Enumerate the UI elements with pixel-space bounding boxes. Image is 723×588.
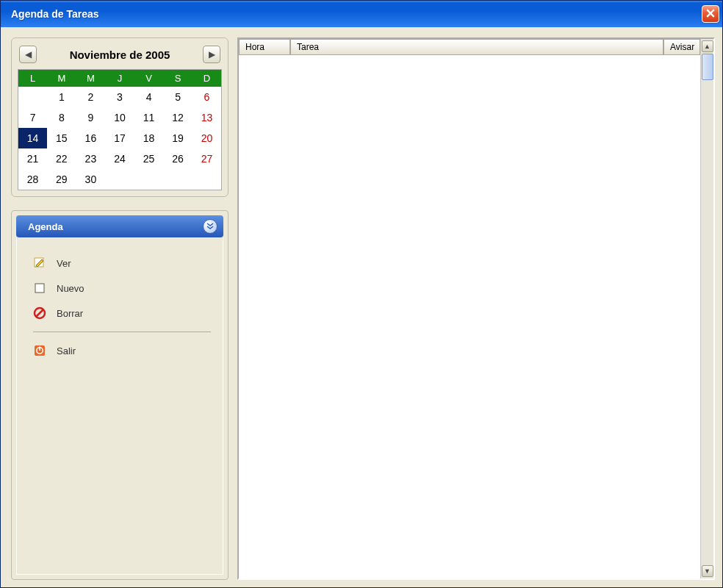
menu-label: Ver [57, 258, 71, 269]
calendar-day-cell[interactable]: 2 [76, 87, 106, 107]
calendar-day-cell[interactable]: 7 [18, 107, 48, 128]
calendar-day-cell[interactable]: 25 [134, 148, 164, 169]
calendar-day-cell [193, 169, 222, 190]
dow-label: M [76, 70, 106, 87]
delete-icon [33, 306, 46, 320]
svg-rect-1 [35, 284, 44, 293]
calendar-day-cell[interactable]: 14 [18, 128, 48, 148]
calendar-day-cell[interactable]: 29 [47, 169, 76, 190]
calendar-day-cell[interactable]: 17 [105, 128, 134, 148]
scroll-up-button[interactable]: ▲ [702, 40, 713, 52]
calendar-day-cell[interactable]: 18 [134, 128, 164, 148]
calendar-day-cell[interactable]: 4 [134, 87, 164, 107]
calendar-day-cell[interactable]: 6 [193, 87, 222, 107]
column-hora[interactable]: Hora [239, 39, 290, 55]
calendar-panel: ◀ Noviembre de 2005 ▶ L M M J V [11, 37, 229, 197]
task-table-header: Hora Tarea Avisar [239, 39, 700, 55]
dow-label: D [193, 70, 222, 87]
calendar-day-cell[interactable]: 28 [18, 169, 48, 190]
calendar-day-cell[interactable]: 20 [193, 128, 222, 148]
menu-ver[interactable]: Ver [30, 251, 214, 276]
task-agenda-window: Agenda de Tareas ◀ Noviembre de 2005 ▶ [0, 0, 723, 588]
calendar-grid: L M M J V S D 12345678910111213141516171… [18, 69, 222, 190]
vertical-scrollbar[interactable]: ▲ ▼ [700, 39, 713, 578]
calendar-dow-row: L M M J V S D [18, 70, 222, 87]
agenda-header[interactable]: Agenda [16, 215, 223, 237]
menu-nuevo[interactable]: Nuevo [30, 276, 214, 301]
calendar-week-row: 282930 [18, 169, 222, 190]
close-icon [706, 8, 715, 20]
edit-icon [33, 257, 46, 270]
calendar-day-cell[interactable]: 26 [163, 148, 193, 169]
next-month-button[interactable]: ▶ [203, 46, 220, 63]
dow-label: S [163, 70, 193, 87]
calendar-day-cell[interactable]: 24 [105, 148, 134, 169]
agenda-panel: Agenda Ver [11, 210, 229, 580]
calendar-day-cell[interactable]: 16 [76, 128, 106, 148]
menu-borrar[interactable]: Borrar [30, 301, 214, 326]
exit-icon [33, 344, 46, 357]
client-area: ◀ Noviembre de 2005 ▶ L M M J V [1, 27, 722, 587]
calendar-day-cell[interactable]: 8 [47, 107, 76, 128]
calendar-day-cell[interactable]: 11 [134, 107, 164, 128]
calendar-week-row: 14151617181920 [18, 128, 222, 148]
calendar-week-row: 21222324252627 [18, 148, 222, 169]
calendar-day-cell[interactable]: 23 [76, 148, 106, 169]
agenda-header-label: Agenda [28, 221, 63, 232]
menu-separator [33, 331, 211, 332]
calendar-day-cell[interactable]: 1 [47, 87, 76, 107]
chevron-right-icon: ▶ [209, 49, 215, 60]
dow-label: L [18, 70, 48, 87]
prev-month-button[interactable]: ◀ [19, 46, 37, 63]
calendar-day-cell[interactable]: 21 [18, 148, 48, 169]
calendar-day-cell[interactable]: 10 [105, 107, 134, 128]
calendar-day-cell [134, 169, 164, 190]
chevron-down-icon: ▼ [704, 567, 711, 575]
calendar-day-cell [105, 169, 134, 190]
task-table: Hora Tarea Avisar [239, 39, 700, 578]
dow-label: J [105, 70, 134, 87]
svg-line-3 [37, 310, 43, 317]
close-button[interactable] [702, 5, 719, 23]
dow-label: V [134, 70, 164, 87]
calendar-day-cell[interactable]: 12 [163, 107, 193, 128]
calendar-day-cell [18, 87, 48, 107]
collapse-button[interactable] [203, 219, 217, 234]
window-title: Agenda de Tareas [11, 8, 702, 20]
column-avisar[interactable]: Avisar [663, 39, 700, 55]
calendar-day-cell[interactable]: 19 [163, 128, 193, 148]
new-icon [33, 282, 46, 295]
scroll-down-button[interactable]: ▼ [702, 565, 713, 577]
chevron-up-icon: ▲ [704, 43, 711, 50]
menu-salir[interactable]: Salir [30, 338, 214, 363]
task-list-panel: Hora Tarea Avisar ▲ ▼ [237, 37, 715, 580]
calendar-day-cell[interactable]: 30 [76, 169, 106, 190]
menu-label: Salir [57, 345, 76, 356]
calendar-day-cell[interactable]: 3 [105, 87, 134, 107]
calendar-title: Noviembre de 2005 [70, 49, 170, 61]
agenda-body: Ver Nuevo Borrar [16, 237, 223, 575]
dow-label: M [47, 70, 76, 87]
calendar-day-cell[interactable]: 9 [76, 107, 106, 128]
scrollbar-thumb[interactable] [702, 54, 713, 80]
column-tarea[interactable]: Tarea [290, 39, 663, 55]
calendar-day-cell[interactable]: 13 [193, 107, 222, 128]
calendar-day-cell[interactable]: 22 [47, 148, 76, 169]
menu-label: Nuevo [57, 283, 84, 294]
chevron-left-icon: ◀ [25, 49, 32, 60]
calendar-week-row: 123456 [18, 87, 222, 107]
calendar-day-cell[interactable]: 5 [163, 87, 193, 107]
calendar-day-cell [163, 169, 193, 190]
calendar-header: ◀ Noviembre de 2005 ▶ [18, 44, 222, 69]
calendar-day-cell[interactable]: 27 [193, 148, 222, 169]
chevron-down-double-icon [206, 221, 214, 232]
calendar-week-row: 78910111213 [18, 107, 222, 128]
menu-label: Borrar [57, 308, 83, 319]
left-column: ◀ Noviembre de 2005 ▶ L M M J V [11, 37, 229, 580]
calendar-day-cell[interactable]: 15 [47, 128, 76, 148]
titlebar[interactable]: Agenda de Tareas [1, 1, 722, 27]
